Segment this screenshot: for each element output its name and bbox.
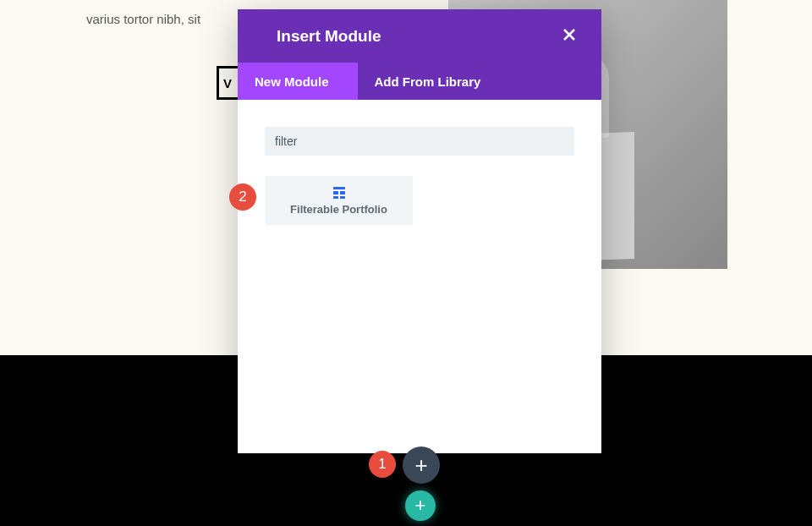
modal-title: Insert Module bbox=[277, 27, 557, 46]
tab-add-from-library[interactable]: Add From Library bbox=[358, 63, 510, 100]
module-filterable-portfolio[interactable]: Filterable Portfolio bbox=[265, 176, 413, 225]
page-cta-label: V bbox=[223, 76, 232, 90]
svg-rect-1 bbox=[333, 191, 338, 195]
module-label: Filterable Portfolio bbox=[290, 203, 387, 216]
svg-rect-0 bbox=[333, 187, 345, 189]
svg-rect-3 bbox=[333, 196, 338, 199]
modal-body: Filterable Portfolio bbox=[238, 100, 601, 453]
add-section-button[interactable]: + bbox=[405, 490, 436, 521]
plus-icon: + bbox=[414, 452, 427, 479]
add-row-button[interactable]: + bbox=[403, 447, 440, 484]
plus-icon: + bbox=[415, 495, 426, 517]
insert-module-modal: Insert Module New Module Add From Librar… bbox=[238, 9, 601, 453]
annotation-2: 2 bbox=[229, 184, 256, 211]
search-input[interactable] bbox=[265, 127, 574, 156]
modal-tabs: New Module Add From Library bbox=[238, 63, 601, 100]
modal-header: Insert Module bbox=[238, 9, 601, 63]
grid-icon bbox=[332, 186, 346, 200]
module-results: Filterable Portfolio bbox=[265, 176, 574, 225]
tab-new-module[interactable]: New Module bbox=[238, 63, 358, 100]
close-icon[interactable] bbox=[557, 21, 581, 51]
svg-rect-4 bbox=[340, 196, 345, 199]
annotation-1: 1 bbox=[369, 451, 396, 478]
svg-rect-2 bbox=[340, 191, 345, 195]
page-text-fragment: varius tortor nibh, sit bbox=[86, 12, 200, 26]
